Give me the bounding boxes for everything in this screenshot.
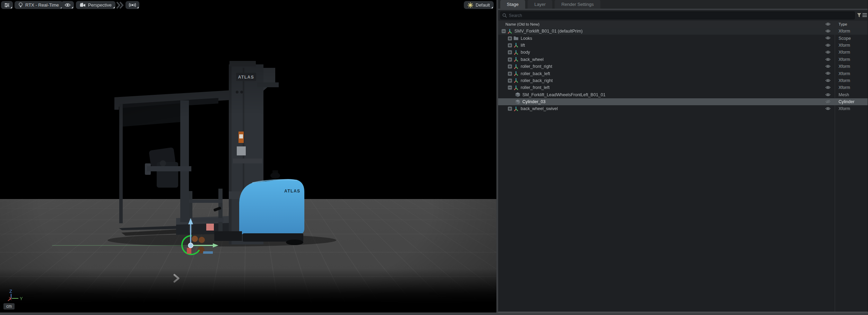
broadcast-icon: [129, 3, 136, 7]
panel-tabbar: Stage Layer Render Settings: [498, 0, 868, 9]
renderer-label: RTX - Real-Time: [25, 2, 59, 8]
eye-icon[interactable]: [825, 64, 831, 68]
gizmo-plane-handle[interactable]: [206, 224, 214, 231]
eye-icon[interactable]: [825, 43, 831, 47]
plus-expander[interactable]: [508, 107, 512, 111]
column-type-header[interactable]: Type: [839, 21, 847, 28]
folder-icon: [513, 36, 519, 41]
table-row[interactable]: body Xform: [498, 49, 868, 56]
waypoint-chevron-marker: [174, 275, 179, 282]
stage-search-row: [498, 10, 868, 21]
tab-stage[interactable]: Stage: [500, 0, 525, 9]
prim-name: roller_front_left: [521, 85, 549, 90]
gizmo-center[interactable]: [188, 243, 193, 248]
visibility-menu-button[interactable]: [61, 1, 74, 9]
xform-icon: [513, 50, 519, 55]
prim-type: Xform: [839, 106, 850, 111]
prim-type: Xform: [839, 50, 850, 55]
prim-type: Xform: [839, 78, 850, 83]
lighting-label: Default: [476, 2, 490, 8]
prim-type: Cylinder: [839, 99, 854, 104]
prim-type: Scope: [839, 36, 851, 41]
eye-icon[interactable]: [825, 71, 831, 75]
plus-expander[interactable]: [508, 36, 512, 40]
lightbulb-icon: [18, 2, 23, 8]
xform-icon: [513, 85, 519, 90]
axis-y-label: Y: [20, 296, 23, 301]
gizmo-bar-handle[interactable]: [203, 251, 213, 254]
plus-expander[interactable]: [508, 43, 512, 47]
units-badge: cm: [3, 303, 15, 309]
live-sync-button[interactable]: [125, 1, 139, 9]
eye-icon[interactable]: [825, 86, 831, 89]
eye-icon: [64, 3, 71, 7]
tab-layer[interactable]: Layer: [528, 0, 552, 9]
prim-name: Cylinder_03: [522, 99, 546, 104]
forklift-forks: [119, 226, 182, 230]
xform-icon: [513, 78, 519, 83]
sliders-icon: [4, 3, 10, 8]
eye-icon[interactable]: [825, 79, 831, 82]
table-row[interactable]: back_wheel_swivel Xform: [498, 105, 868, 112]
xform-icon: [513, 71, 519, 76]
scene-forklift: ATLAS ATLAS: [0, 0, 496, 313]
xform-icon: [513, 43, 519, 48]
table-row[interactable]: roller_back_left Xform: [498, 70, 868, 77]
table-row[interactable]: back_wheel Xform: [498, 56, 868, 63]
toolbar-expand-chevrons[interactable]: [116, 1, 124, 9]
plus-expander[interactable]: [508, 50, 512, 54]
minus-expander[interactable]: [508, 86, 512, 90]
plus-expander[interactable]: [508, 79, 512, 83]
viewport-options-button[interactable]: [1, 1, 13, 9]
camera-select-button[interactable]: Perspective: [76, 1, 115, 9]
prim-name: roller_front_right: [521, 64, 552, 69]
eye-icon[interactable]: [825, 93, 831, 97]
plus-expander[interactable]: [508, 64, 512, 69]
mast-brand-label: ATLAS: [238, 75, 254, 80]
table-row[interactable]: SMV_Forklift_B01_01 (defaultPrim) Xform: [498, 28, 868, 35]
prim-name: lift: [521, 43, 525, 48]
prim-name: Looks: [521, 36, 532, 41]
table-row[interactable]: roller_front_left Xform: [498, 84, 868, 91]
visibility-column-icon[interactable]: [825, 22, 831, 26]
tab-render-settings[interactable]: Render Settings: [555, 0, 600, 9]
prim-type: Xform: [839, 57, 850, 62]
front-roller-wheel: [192, 236, 198, 242]
prim-type: Xform: [839, 43, 850, 48]
column-name-header[interactable]: Name (Old to New): [505, 21, 539, 28]
filter-funnel-icon[interactable]: [857, 13, 861, 18]
viewport-3d[interactable]: ATLAS ATLAS: [0, 0, 496, 313]
table-row[interactable]: Looks Scope: [498, 35, 868, 42]
prim-type: Xform: [839, 64, 850, 69]
prim-name: roller_back_left: [521, 71, 550, 76]
table-row-selected[interactable]: Cylinder_03 Cylinder: [498, 98, 868, 105]
axis-z-label: Z: [9, 289, 12, 294]
list-options-icon[interactable]: [862, 13, 867, 17]
minus-expander[interactable]: [502, 29, 506, 33]
eye-icon[interactable]: [825, 29, 831, 33]
plus-expander[interactable]: [508, 72, 512, 76]
table-row[interactable]: roller_back_right Xform: [498, 77, 868, 84]
double-chevron-icon: [116, 1, 124, 9]
xform-icon: [513, 106, 519, 111]
axis-x-label: X: [9, 296, 12, 301]
plus-expander[interactable]: [508, 57, 512, 62]
lighting-preset-button[interactable]: Default: [464, 1, 494, 9]
eye-icon[interactable]: [825, 36, 831, 40]
eye-icon[interactable]: [825, 50, 831, 54]
mesh-icon: [515, 92, 520, 97]
body-brand-label: ATLAS: [284, 189, 301, 194]
prim-type: Xform: [839, 71, 850, 76]
eye-icon[interactable]: [825, 107, 831, 110]
gizmo-x-handle[interactable]: [187, 248, 191, 254]
eye-off-icon[interactable]: [825, 100, 831, 104]
prim-type: Mesh: [839, 92, 849, 97]
prim-name: back_wheel: [521, 57, 544, 62]
prim-type: Xform: [839, 85, 850, 90]
eye-icon[interactable]: [825, 57, 831, 61]
table-row[interactable]: lift Xform: [498, 42, 868, 49]
table-row[interactable]: roller_front_right Xform: [498, 63, 868, 70]
renderer-select-button[interactable]: RTX - Real-Time: [15, 1, 63, 9]
table-row[interactable]: SM_Forklift_LeadWheelsFrontLeft_B01_01 M…: [498, 91, 868, 98]
search-input[interactable]: [500, 11, 855, 19]
